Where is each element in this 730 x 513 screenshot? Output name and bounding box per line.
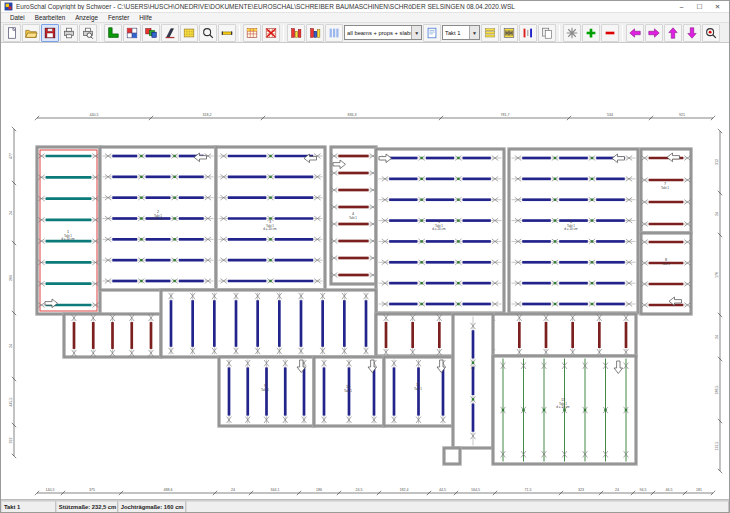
open-button[interactable] <box>22 24 40 42</box>
svg-text:24,5: 24,5 <box>356 488 363 492</box>
toolbar-separator <box>100 25 101 41</box>
pan-right-button[interactable] <box>645 24 663 42</box>
refresh-button[interactable] <box>563 24 581 42</box>
zoom-window-button[interactable] <box>702 24 720 42</box>
layers-button[interactable] <box>481 24 499 42</box>
svg-text:140,5: 140,5 <box>46 488 55 492</box>
takt-select[interactable]: Takt 1▼ <box>442 25 480 40</box>
beam-tool-button[interactable] <box>218 24 236 42</box>
material-delete-button[interactable] <box>262 24 280 42</box>
svg-text:186,5: 186,5 <box>715 386 719 395</box>
corridor-west[interactable] <box>64 314 161 357</box>
room-9[interactable]: 9Takt 1 <box>219 357 314 426</box>
pan-down-button[interactable] <box>683 24 701 42</box>
sheet-button[interactable] <box>423 24 441 42</box>
layersY-icon <box>483 26 497 40</box>
room-10[interactable]: 10Takt 1 <box>314 357 384 426</box>
menu-item-anzeige[interactable]: Anzeige <box>70 13 103 23</box>
mesh-tool-button[interactable] <box>180 24 198 42</box>
props-blue-button[interactable] <box>306 24 324 42</box>
svg-text:477: 477 <box>9 153 13 159</box>
room-4[interactable]: 4Takt 1 <box>331 147 376 284</box>
svg-text:176: 176 <box>715 272 719 278</box>
menu-item-fenster[interactable]: Fenster <box>103 13 134 23</box>
svg-text:24: 24 <box>715 212 719 216</box>
close-button[interactable]: ✕ <box>709 1 726 12</box>
svg-text:182,4: 182,4 <box>400 488 409 492</box>
zoom-icon <box>201 26 215 40</box>
wallL-icon <box>106 26 120 40</box>
room-11[interactable]: 11Takt 1 <box>384 357 453 426</box>
status-field-2: Jochträgmaße: 160 cm <box>118 501 186 513</box>
svg-text:d = 20 cm: d = 20 cm <box>151 217 165 221</box>
print-button[interactable] <box>60 24 78 42</box>
chevron-down-icon[interactable]: ▼ <box>469 26 479 39</box>
pageB-icon <box>425 26 439 40</box>
menu-item-bearbeiten[interactable]: Bearbeiten <box>30 13 70 23</box>
svg-text:Takt 1: Takt 1 <box>414 387 422 391</box>
maximize-button[interactable]: ☐ <box>691 1 708 12</box>
app-icon <box>4 2 13 11</box>
room-5[interactable]: 5Takt 1d = 20 cm <box>376 149 504 313</box>
room-7[interactable]: 7Takt 1 <box>641 149 691 233</box>
arrD-icon <box>685 26 699 40</box>
colsB-icon <box>327 26 341 40</box>
walls-tool-button[interactable] <box>104 24 122 42</box>
dimension-ruler: 3122417624186,5131,5 <box>715 129 722 473</box>
print-preview-button[interactable] <box>79 24 97 42</box>
room-2[interactable]: 2Takt 1d = 20 cm <box>100 147 216 290</box>
svg-text:445,5: 445,5 <box>9 398 13 407</box>
dimension-ruler: 440,5318,2836,3781,7534921 <box>35 113 715 120</box>
app-window: EuroSchal Copyright by Schwoer - C:\USER… <box>0 0 730 513</box>
formwork-grid-button[interactable] <box>123 24 141 42</box>
svg-text:Takt 1: Takt 1 <box>349 216 357 220</box>
svg-text:344,1: 344,1 <box>271 488 280 492</box>
status-field-1: Stützmaße: 232,5 cm <box>56 501 118 513</box>
room-8[interactable]: 8Takt 1 <box>641 233 691 314</box>
plus-icon <box>584 26 598 40</box>
toolbar-separator <box>283 25 284 41</box>
new-button[interactable] <box>3 24 21 42</box>
copy-view-button[interactable] <box>538 24 556 42</box>
takt-select-value: Takt 1 <box>443 30 469 36</box>
pinRB-icon <box>521 26 535 40</box>
formwork-plan-drawing[interactable]: 440,5318,2836,3781,7534921140,5375488,62… <box>1 43 730 500</box>
room-6[interactable]: 6Takt 1d = 20 cm <box>509 149 638 313</box>
room-1[interactable]: 1Takt 1d = 20 cm <box>37 147 100 314</box>
zoom-in-button[interactable] <box>582 24 600 42</box>
menu-item-datei[interactable]: Datei <box>5 13 30 23</box>
transfer-button[interactable] <box>519 24 537 42</box>
colors-icon <box>144 26 158 40</box>
corridor-mid[interactable] <box>161 290 376 357</box>
stair-corridor[interactable]: 12 <box>453 314 493 448</box>
svg-text:181: 181 <box>696 488 702 492</box>
svg-text:534: 534 <box>607 113 613 117</box>
view-filter-select[interactable]: all beams + props + slabs▼ <box>344 25 422 40</box>
columns-button[interactable] <box>325 24 343 42</box>
save-button[interactable] <box>41 24 59 42</box>
plan-canvas[interactable]: 440,5318,2836,3781,7534921140,5375488,62… <box>1 43 729 500</box>
svg-text:24: 24 <box>231 488 235 492</box>
corridor-east[interactable] <box>376 314 636 356</box>
props-red-button[interactable] <box>287 24 305 42</box>
panel-tool-button[interactable] <box>161 24 179 42</box>
preview-icon <box>81 26 95 40</box>
room-3[interactable]: 3Takt 1d = 20 cm <box>216 147 325 290</box>
menu-item-hilfe[interactable]: Hilfe <box>134 13 157 23</box>
room-12[interactable]: 13Takt 1d = 20 cm <box>493 356 636 464</box>
material-table-button[interactable] <box>243 24 261 42</box>
zoom-out-button[interactable] <box>601 24 619 42</box>
arrR-icon <box>647 26 661 40</box>
svg-text:186: 186 <box>316 488 322 492</box>
stock-button[interactable] <box>500 24 518 42</box>
chevron-down-icon[interactable]: ▼ <box>411 26 421 39</box>
new-icon <box>5 26 19 40</box>
takt-colors-button[interactable] <box>142 24 160 42</box>
minimize-button[interactable]: – <box>673 1 690 12</box>
svg-text:46,5: 46,5 <box>666 488 673 492</box>
zoom-tool-button[interactable] <box>199 24 217 42</box>
stair-step[interactable] <box>444 448 460 464</box>
pan-left-button[interactable] <box>626 24 644 42</box>
save-icon <box>43 26 57 40</box>
pan-up-button[interactable] <box>664 24 682 42</box>
